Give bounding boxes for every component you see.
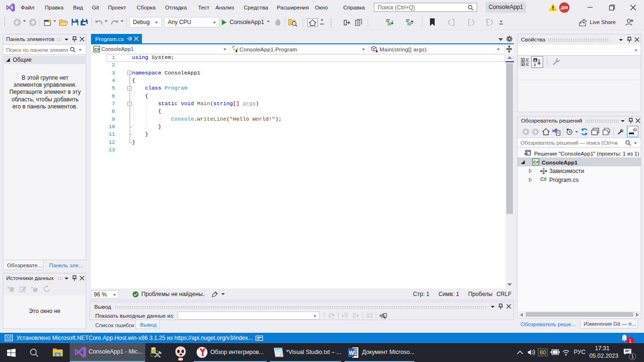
svg-text:W: W: [349, 350, 355, 356]
svg-text:C#: C#: [533, 160, 539, 165]
svg-text:C#: C#: [94, 47, 99, 52]
svg-text:z: z: [534, 62, 536, 66]
